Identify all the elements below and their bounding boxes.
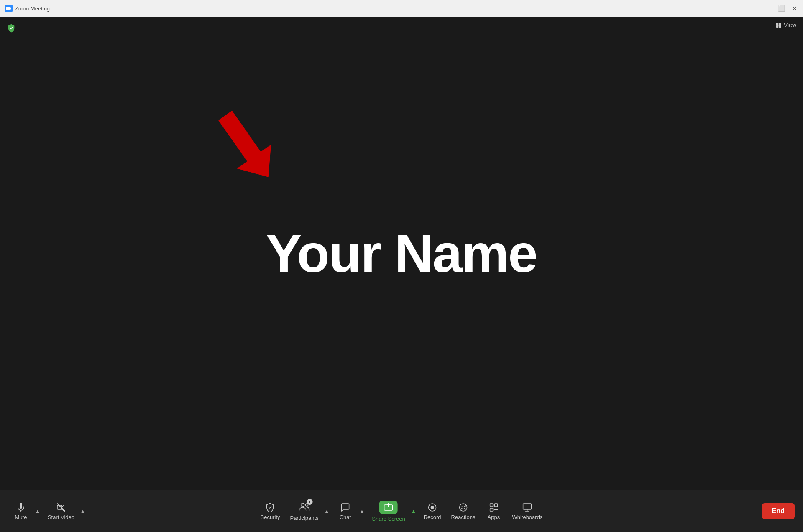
participant-name: Your Name [266, 223, 537, 284]
video-chevron[interactable]: ▲ [79, 508, 87, 514]
svg-point-9 [301, 503, 304, 507]
participants-badge: 1 [307, 499, 313, 505]
view-label: View [784, 22, 796, 28]
participants-group: 1 Participants ▲ [286, 499, 331, 524]
participants-chevron[interactable]: ▲ [323, 508, 331, 514]
svg-point-15 [462, 506, 463, 507]
chat-icon [340, 502, 350, 512]
app-logo: Zoom Meeting [5, 5, 50, 12]
share-screen-label: Share Screen [372, 516, 405, 522]
title-bar: Zoom Meeting — ⬜ ✕ [0, 0, 803, 17]
apps-icon [488, 502, 499, 512]
participants-icon-wrap: 1 [299, 501, 310, 513]
pointer-arrow [201, 100, 293, 192]
svg-rect-2 [779, 23, 781, 25]
reactions-button[interactable]: Reactions [447, 500, 480, 523]
svg-rect-3 [776, 25, 778, 28]
video-group: Start Video ▲ [43, 500, 87, 523]
title-bar-title: Zoom Meeting [15, 5, 50, 12]
start-video-label: Start Video [48, 514, 74, 520]
svg-point-13 [431, 506, 434, 509]
security-button[interactable]: Security [256, 500, 284, 523]
share-screen-group: Share Screen ▲ [368, 498, 417, 524]
svg-rect-1 [776, 23, 778, 25]
record-label: Record [424, 514, 441, 520]
chat-chevron[interactable]: ▲ [358, 508, 366, 514]
svg-rect-19 [490, 508, 493, 511]
share-screen-icon [384, 503, 394, 512]
view-icon [775, 22, 782, 28]
participants-button[interactable]: 1 Participants [286, 499, 323, 524]
svg-point-16 [464, 506, 465, 507]
toolbar: Mute ▲ Start Video ▲ [0, 490, 803, 532]
toolbar-left: Mute ▲ Start Video ▲ [8, 500, 87, 523]
security-icon [265, 502, 275, 512]
apps-button[interactable]: Apps [481, 500, 506, 523]
svg-point-14 [460, 504, 467, 511]
share-screen-chevron[interactable]: ▲ [409, 508, 418, 514]
svg-rect-18 [494, 504, 497, 507]
main-video-area: View Your Name [0, 17, 803, 490]
mute-label: Mute [15, 514, 27, 520]
security-shield-icon [7, 23, 16, 34]
share-screen-icon-bg [379, 501, 398, 514]
end-button[interactable]: End [762, 503, 795, 519]
svg-rect-20 [523, 504, 532, 509]
reactions-label: Reactions [451, 514, 476, 520]
window-controls: — ⬜ ✕ [765, 5, 798, 12]
maximize-button[interactable]: ⬜ [778, 5, 785, 12]
whiteboards-label: Whiteboards [512, 514, 542, 520]
whiteboards-icon [522, 502, 532, 512]
close-button[interactable]: ✕ [791, 5, 798, 12]
mute-button[interactable]: Mute [8, 500, 33, 523]
mute-chevron[interactable]: ▲ [33, 508, 42, 514]
participants-label: Participants [290, 515, 319, 521]
chat-button[interactable]: Chat [332, 500, 358, 523]
record-icon [427, 502, 437, 512]
svg-rect-4 [779, 25, 781, 28]
security-label: Security [261, 514, 280, 520]
toolbar-center: Security 1 Participants ▲ [256, 498, 547, 524]
svg-marker-5 [208, 104, 285, 189]
share-screen-button[interactable]: Share Screen [368, 498, 409, 524]
minimize-button[interactable]: — [765, 5, 771, 12]
zoom-logo-icon [5, 5, 13, 12]
mute-group: Mute ▲ [8, 500, 42, 523]
start-video-button[interactable]: Start Video [43, 500, 79, 523]
reactions-icon [458, 502, 468, 512]
svg-rect-17 [490, 504, 493, 507]
apps-label: Apps [488, 514, 500, 520]
whiteboards-button[interactable]: Whiteboards [508, 500, 547, 523]
record-button[interactable]: Record [419, 500, 445, 523]
view-button[interactable]: View [775, 22, 796, 28]
mic-icon [16, 502, 26, 512]
video-off-icon [56, 502, 66, 512]
toolbar-right: End [754, 503, 795, 519]
chat-group: Chat ▲ [332, 500, 366, 523]
chat-label: Chat [340, 514, 351, 520]
